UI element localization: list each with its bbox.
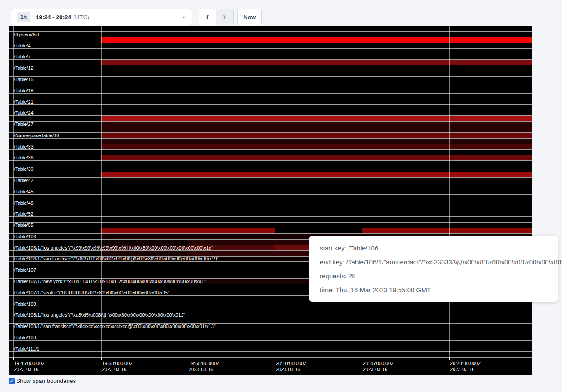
show-span-boundaries-checkbox[interactable]: ✓	[9, 378, 15, 384]
key-span-row[interactable]: /Table/48	[9, 200, 532, 206]
heat-cell[interactable]	[101, 228, 188, 233]
key-span-row[interactable]	[9, 150, 532, 155]
key-span-row[interactable]: /Table/39	[9, 166, 532, 172]
key-span-row[interactable]: /Table/24	[9, 110, 532, 116]
next-time-window-button-disabled[interactable]: ›	[216, 9, 233, 25]
key-span-row[interactable]: /NamespaceTable/30	[9, 133, 532, 139]
heat-cell[interactable]	[275, 172, 362, 177]
key-span-row[interactable]	[9, 352, 532, 358]
key-span-row[interactable]: /Table/21	[9, 99, 532, 105]
heat-cell[interactable]	[188, 251, 275, 256]
heat-cell[interactable]	[362, 144, 449, 149]
key-span-row[interactable]	[9, 217, 532, 223]
key-visualizer-canvas[interactable]: /System/tsd/Table/4/Table/7/Table/12/Tab…	[9, 26, 532, 375]
heat-cell[interactable]	[101, 240, 188, 245]
heat-cell[interactable]	[101, 139, 188, 144]
key-span-row[interactable]: /Table/52	[9, 211, 532, 217]
key-span-row[interactable]	[9, 307, 532, 313]
heat-cell[interactable]	[449, 127, 532, 132]
now-button[interactable]: Now	[237, 9, 262, 25]
heat-cell[interactable]	[449, 139, 532, 144]
heat-cell[interactable]	[275, 37, 362, 43]
heat-cell[interactable]	[188, 60, 275, 65]
key-span-row[interactable]: /Table/7	[9, 54, 532, 60]
key-span-row[interactable]: /Table/42	[9, 178, 532, 183]
heat-cell[interactable]	[101, 37, 188, 43]
key-span-row[interactable]	[9, 71, 532, 77]
heat-cell[interactable]	[101, 127, 188, 132]
key-span-row[interactable]: /Table/36	[9, 155, 532, 161]
heat-cell[interactable]	[449, 60, 532, 65]
heat-cell[interactable]	[188, 240, 275, 245]
key-span-row[interactable]	[9, 60, 532, 65]
key-span-row[interactable]	[9, 139, 532, 144]
heat-cell[interactable]	[275, 122, 362, 127]
heat-cell[interactable]	[362, 122, 449, 127]
previous-time-window-button[interactable]: ‹	[199, 9, 216, 25]
heat-cell[interactable]	[275, 155, 362, 160]
heat-cell[interactable]	[449, 122, 532, 127]
key-span-row[interactable]	[9, 172, 532, 178]
time-range-dropdown[interactable]: 1h 19:24 - 20:24 (UTC) ⌄	[11, 9, 192, 25]
heat-cell[interactable]	[188, 144, 275, 149]
heat-cell[interactable]	[101, 155, 188, 160]
key-span-row[interactable]	[9, 116, 532, 122]
key-span-row[interactable]: /Table/55	[9, 223, 532, 228]
heat-cell[interactable]	[101, 172, 188, 177]
heat-cell[interactable]	[101, 133, 188, 138]
heat-cell[interactable]	[101, 60, 188, 65]
key-span-row[interactable]: /Table/108/1/"san francisco"/"\x8c\xcc\x…	[9, 324, 532, 329]
key-span-row[interactable]: /Table/108/1/"los angeles"/"\xa8\xf5\u00…	[9, 312, 532, 318]
key-span-row[interactable]	[9, 318, 532, 324]
heat-cell[interactable]	[449, 133, 532, 138]
key-span-row[interactable]: /Table/109	[9, 335, 532, 341]
key-span-row[interactable]	[9, 105, 532, 110]
heat-cell[interactable]	[362, 133, 449, 138]
heat-cell[interactable]	[449, 228, 532, 233]
heat-cell[interactable]	[362, 60, 449, 65]
key-span-row[interactable]	[9, 183, 532, 189]
heat-cell[interactable]	[275, 60, 362, 65]
key-span-row[interactable]: /Table/18	[9, 88, 532, 94]
key-span-row[interactable]	[9, 49, 532, 54]
heat-cell[interactable]	[188, 116, 275, 121]
heat-cell[interactable]	[449, 144, 532, 149]
key-span-row[interactable]	[9, 341, 532, 346]
key-span-row[interactable]	[9, 82, 532, 88]
key-span-row[interactable]	[9, 37, 532, 43]
heat-cell[interactable]	[362, 116, 449, 121]
heat-cell[interactable]	[362, 228, 449, 233]
show-span-boundaries-control[interactable]: ✓ Show span boundaries	[9, 378, 76, 384]
heat-cell[interactable]	[275, 228, 362, 233]
key-span-row[interactable]: /Table/33	[9, 144, 532, 150]
key-span-row[interactable]	[9, 206, 532, 212]
key-span-row[interactable]: /Table/45	[9, 189, 532, 195]
heat-cell[interactable]	[188, 122, 275, 127]
heat-cell[interactable]	[362, 155, 449, 160]
heat-cell[interactable]	[188, 139, 275, 144]
heat-cell[interactable]	[188, 133, 275, 138]
key-span-row[interactable]	[9, 127, 532, 133]
key-span-row[interactable]: /Table/27	[9, 122, 532, 127]
key-span-row[interactable]: /System/tsd	[9, 32, 532, 37]
key-span-row[interactable]	[9, 228, 532, 234]
heat-cell[interactable]	[101, 122, 188, 127]
heat-cell[interactable]	[188, 172, 275, 177]
key-span-row[interactable]	[9, 26, 532, 32]
heat-cell[interactable]	[101, 116, 188, 121]
heat-cell[interactable]	[101, 251, 188, 256]
heat-cell[interactable]	[188, 37, 275, 43]
key-span-row[interactable]: /Table/4	[9, 43, 532, 49]
heat-cell[interactable]	[275, 127, 362, 132]
key-span-row[interactable]	[9, 329, 532, 335]
key-span-row[interactable]: /Table/111/1	[9, 346, 532, 352]
heat-cell[interactable]	[275, 116, 362, 121]
key-span-row[interactable]: /Table/108	[9, 301, 532, 307]
heat-cell[interactable]	[188, 228, 275, 233]
key-span-row[interactable]	[9, 161, 532, 166]
heat-cell[interactable]	[362, 139, 449, 144]
heat-cell[interactable]	[188, 127, 275, 132]
heat-cell[interactable]	[275, 133, 362, 138]
heat-cell[interactable]	[188, 155, 275, 160]
key-span-row[interactable]	[9, 94, 532, 99]
